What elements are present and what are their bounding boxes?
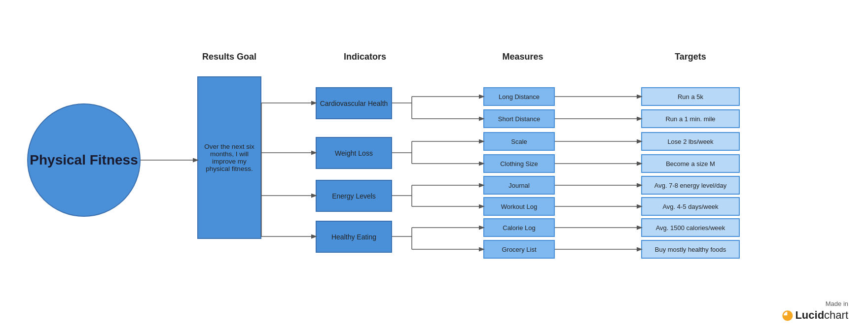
circle-node: Physical Fitness — [27, 103, 141, 217]
circle-label: Physical Fitness — [30, 152, 138, 168]
measure-calorie-log: Calorie Log — [483, 218, 555, 237]
measure-clothing-size: Clothing Size — [483, 154, 555, 173]
indicator-healthy-eating: Healthy Eating — [316, 221, 392, 253]
header-measures: Measures — [473, 52, 572, 62]
target-healthy-foods: Buy mostly healthy foods — [641, 240, 740, 259]
indicator-weight-loss: Weight Loss — [316, 137, 392, 169]
measure-journal: Journal — [483, 176, 555, 195]
lucidchart-icon: ◕ — [782, 307, 793, 323]
results-goal-box: Over the next six months, I will improve… — [197, 76, 261, 239]
watermark-made-in: Made in — [826, 300, 848, 307]
target-run-1min: Run a 1 min. mile — [641, 109, 740, 128]
measure-grocery-list: Grocery List — [483, 240, 555, 259]
header-indicators: Indicators — [316, 52, 414, 62]
lucidchart-label: Lucidchart — [795, 309, 848, 322]
indicator-cardiovascular: Cardiovascular Health — [316, 87, 392, 119]
measure-short-distance: Short Distance — [483, 109, 555, 128]
indicator-energy-levels: Energy Levels — [316, 180, 392, 212]
target-energy-level: Avg. 7-8 energy level/day — [641, 176, 740, 195]
target-size-m: Become a size M — [641, 154, 740, 173]
measure-scale: Scale — [483, 132, 555, 151]
target-calories: Avg. 1500 calories/week — [641, 218, 740, 237]
target-days-week: Avg. 4-5 days/week — [641, 197, 740, 216]
target-lose-weight: Lose 2 lbs/week — [641, 132, 740, 151]
results-goal-text: Over the next six months, I will improve… — [203, 143, 255, 172]
watermark-brand: ◕ Lucidchart — [782, 307, 848, 323]
watermark: Made in ◕ Lucidchart — [782, 300, 848, 323]
header-results-goal: Results Goal — [180, 52, 279, 62]
measure-workout-log: Workout Log — [483, 197, 555, 216]
measure-long-distance: Long Distance — [483, 87, 555, 106]
diagram-container: Physical Fitness Results Goal Indicators… — [0, 0, 868, 335]
target-run-5k: Run a 5k — [641, 87, 740, 106]
header-targets: Targets — [636, 52, 745, 62]
